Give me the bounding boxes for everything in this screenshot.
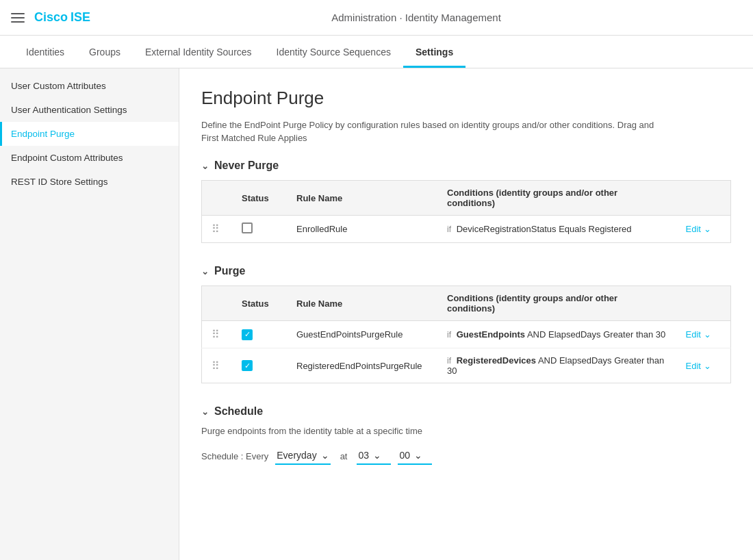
purge-table: Status Rule Name Conditions (identity gr…	[201, 285, 731, 383]
logo-cisco-text: Cisco	[34, 10, 68, 25]
sidebar-item-endpoint-custom-attributes[interactable]: Endpoint Custom Attributes	[0, 146, 179, 170]
schedule-row: Schedule : Every Everyday ⌄ at 03 ⌄ 00 ⌄	[201, 447, 731, 465]
status-cell-enrolled[interactable]	[232, 216, 287, 243]
drag-cell-guest[interactable]: ⠿	[202, 321, 233, 348]
never-purge-section: ⌄ Never Purge Status Rule Name Condition…	[201, 160, 731, 243]
checkbox-checked-guest[interactable]: ✓	[242, 329, 253, 340]
tab-identity-source-sequences[interactable]: Identity Source Sequences	[264, 47, 403, 68]
sidebar-item-user-custom-attributes[interactable]: User Custom Attributes	[0, 74, 179, 98]
col-rulename-header-purge: Rule Name	[287, 286, 437, 321]
condition-text-enrolled: DeviceRegistrationStatus Equals Register…	[457, 224, 632, 234]
edit-button-enrolled[interactable]: Edit ⌄	[686, 224, 711, 234]
condition-bold-guest: GuestEndpoints	[457, 329, 525, 340]
drag-handle-icon[interactable]: ⠿	[212, 360, 222, 372]
schedule-minute-chevron-icon: ⌄	[414, 450, 422, 461]
tab-groups[interactable]: Groups	[77, 47, 133, 68]
col-status-header-never: Status	[232, 181, 287, 216]
edit-chevron-icon-guest: ⌄	[704, 329, 711, 340]
actions-cell-guest: Edit ⌄	[676, 321, 731, 348]
tab-nav: Identities Groups External Identity Sour…	[0, 36, 753, 68]
schedule-frequency-value: Everyday	[277, 450, 316, 461]
edit-chevron-icon: ⌄	[704, 224, 711, 234]
top-title: Administration · Identity Management	[90, 12, 742, 23]
actions-cell-registered: Edit ⌄	[676, 348, 731, 383]
rulename-cell-registered: RegisteredEndPointsPurgeRule	[287, 348, 437, 383]
hamburger-icon[interactable]	[11, 13, 25, 23]
edit-button-guest[interactable]: Edit ⌄	[686, 329, 711, 340]
condition-cell-enrolled: if DeviceRegistrationStatus Equals Regis…	[437, 216, 676, 243]
table-row: ⠿ ✓ GuestEndPointsPurgeRule if GuestEndp…	[202, 321, 731, 348]
schedule-chevron-icon: ⌄	[201, 407, 209, 417]
schedule-label: Schedule	[214, 405, 263, 418]
schedule-header[interactable]: ⌄ Schedule	[201, 405, 731, 418]
sidebar-item-endpoint-purge[interactable]: Endpoint Purge	[0, 122, 179, 146]
condition-rest-guest: ElapsedDays Greater than 30	[548, 329, 665, 340]
edit-chevron-icon-registered: ⌄	[704, 361, 711, 371]
col-conditions-header-purge: Conditions (identity groups and/or other…	[437, 286, 676, 321]
condition-cell-guest: if GuestEndpoints AND ElapsedDays Greate…	[437, 321, 676, 348]
sidebar-item-user-authentication-settings[interactable]: User Authentication Settings	[0, 98, 179, 122]
tab-identities[interactable]: Identities	[14, 47, 77, 68]
tab-settings[interactable]: Settings	[403, 47, 465, 68]
tab-external-identity-sources[interactable]: External Identity Sources	[133, 47, 264, 68]
purge-chevron-icon: ⌄	[201, 266, 209, 277]
at-label: at	[340, 451, 348, 461]
actions-cell-enrolled: Edit ⌄	[676, 216, 731, 243]
drag-cell[interactable]: ⠿	[202, 216, 233, 243]
schedule-description: Purge endpoints from the identity table …	[201, 426, 731, 436]
col-drag-header-purge	[202, 286, 233, 321]
never-purge-header[interactable]: ⌄ Never Purge	[201, 160, 731, 172]
condition-bold-registered: RegisteredDevices	[457, 355, 536, 366]
schedule-every-label: Schedule : Every	[201, 451, 268, 461]
purge-header[interactable]: ⌄ Purge	[201, 265, 731, 277]
never-purge-label: Never Purge	[214, 160, 279, 172]
sidebar-item-rest-id-store-settings[interactable]: REST ID Store Settings	[0, 170, 179, 194]
condition-cell-registered: if RegisteredDevices AND ElapsedDays Gre…	[437, 348, 676, 383]
logo-ise-text: ISE	[71, 10, 90, 25]
condition-and-registered: AND	[538, 355, 559, 366]
schedule-hour-value: 03	[358, 450, 369, 461]
never-purge-chevron-icon: ⌄	[201, 161, 209, 171]
col-actions-header-never	[676, 181, 731, 216]
purge-label: Purge	[214, 265, 245, 277]
drag-handle-icon[interactable]: ⠿	[212, 223, 222, 235]
if-label-registered: if	[447, 356, 451, 366]
drag-cell-registered[interactable]: ⠿	[202, 348, 233, 383]
page-description: Define the EndPoint Purge Policy by conf…	[201, 120, 731, 130]
rulename-cell-enrolled: EnrolledRule	[287, 216, 437, 243]
status-cell-guest[interactable]: ✓	[232, 321, 287, 348]
schedule-minute-value: 00	[399, 450, 410, 461]
table-row: ⠿ ✓ RegisteredEndPointsPurgeRule if Regi…	[202, 348, 731, 383]
page-title: Endpoint Purge	[201, 88, 731, 109]
if-label: if	[447, 225, 451, 234]
condition-and-guest: AND	[527, 329, 548, 340]
table-row: ⠿ EnrolledRule if DeviceRegistrationStat…	[202, 216, 731, 243]
col-rulename-header-never: Rule Name	[287, 181, 437, 216]
drag-handle-icon[interactable]: ⠿	[212, 329, 222, 340]
col-conditions-header-never: Conditions (identity groups and/or other…	[437, 181, 676, 216]
if-label-guest: if	[447, 330, 451, 340]
sidebar: User Custom Attributes User Authenticati…	[0, 68, 179, 560]
page-sub-description: First Matched Rule Applies	[201, 133, 731, 143]
logo: Cisco ISE	[34, 10, 90, 25]
col-actions-header-purge	[676, 286, 731, 321]
schedule-frequency-select[interactable]: Everyday ⌄	[275, 447, 330, 465]
status-cell-registered[interactable]: ✓	[232, 348, 287, 383]
main-layout: User Custom Attributes User Authenticati…	[0, 68, 753, 560]
rulename-cell-guest: GuestEndPointsPurgeRule	[287, 321, 437, 348]
purge-section: ⌄ Purge Status Rule Name Conditions (ide…	[201, 265, 731, 383]
schedule-section: ⌄ Schedule Purge endpoints from the iden…	[201, 405, 731, 465]
schedule-minute-select[interactable]: 00 ⌄	[398, 447, 432, 465]
col-status-header-purge: Status	[232, 286, 287, 321]
never-purge-table: Status Rule Name Conditions (identity gr…	[201, 180, 731, 243]
schedule-hour-select[interactable]: 03 ⌄	[357, 447, 391, 465]
top-bar: Cisco ISE Administration · Identity Mana…	[0, 0, 753, 36]
schedule-hour-chevron-icon: ⌄	[373, 450, 381, 461]
checkbox-unchecked[interactable]	[242, 222, 253, 233]
col-drag-header	[202, 181, 233, 216]
content-area: Endpoint Purge Define the EndPoint Purge…	[179, 68, 753, 560]
checkbox-checked-registered[interactable]: ✓	[242, 360, 253, 371]
edit-button-registered[interactable]: Edit ⌄	[686, 361, 711, 371]
schedule-frequency-chevron-icon: ⌄	[321, 450, 329, 461]
